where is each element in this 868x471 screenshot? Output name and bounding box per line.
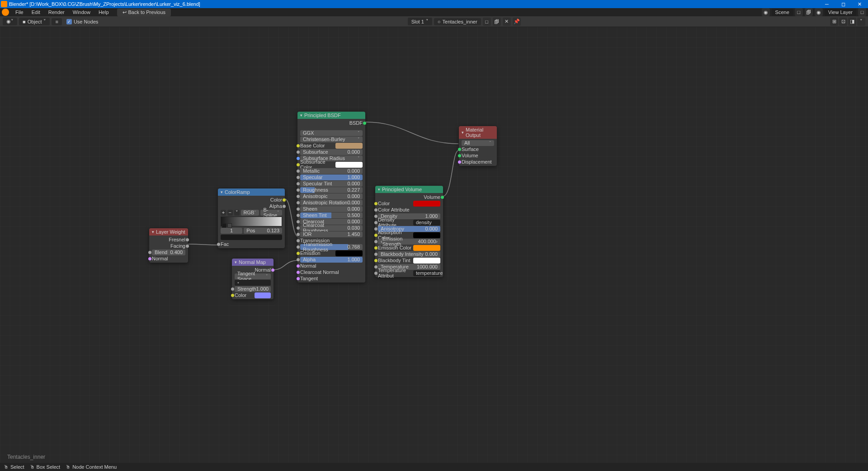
object-mode-icon: ■ xyxy=(23,19,26,24)
maximize-button[interactable]: ◻ xyxy=(835,0,851,8)
stop-pos-field[interactable]: Pos 0.123 xyxy=(244,228,282,234)
node-header[interactable]: ▾ Material Output xyxy=(459,126,497,139)
menu-file[interactable]: File xyxy=(12,9,27,15)
back-to-previous-button[interactable]: ↩ Back to Previous xyxy=(117,9,171,16)
layer-icon[interactable]: ◉ xyxy=(815,8,823,16)
node-header[interactable]: ▾ Normal Map xyxy=(232,259,274,266)
metallic-field[interactable]: Metallic0.000 xyxy=(300,168,363,174)
bb-tint-swatch[interactable] xyxy=(413,258,440,264)
status-select: 🖱Select xyxy=(4,464,24,470)
chevron-down-icon: ˅ xyxy=(426,19,429,24)
node-principled-bsdf[interactable]: ▾ Principled BSDF BSDF GGX˅ Christensen-… xyxy=(297,112,365,283)
mouse-icon: 🖱 xyxy=(4,464,9,470)
node-header[interactable]: ▾ Layer Weight xyxy=(149,228,188,236)
node-header[interactable]: ▾ ColorRamp xyxy=(218,188,285,196)
blender-icon xyxy=(1,1,7,7)
sheen-tint-field[interactable]: Sheen Tint0.500 xyxy=(300,212,363,218)
collapse-icon[interactable]: ▾ xyxy=(300,113,302,118)
node-header[interactable]: ▾ Principled Volume xyxy=(375,186,443,193)
emit-color-swatch[interactable] xyxy=(413,245,440,251)
base-color-swatch[interactable] xyxy=(335,143,363,149)
view-layer-selector[interactable]: View Layer xyxy=(825,9,856,16)
duplicate-material-button[interactable]: 🗐 xyxy=(493,18,501,26)
color-ramp-gradient[interactable] xyxy=(221,217,282,226)
aniso-field[interactable]: Anisotropic0.000 xyxy=(300,193,363,199)
snap-button[interactable]: ⊞ xyxy=(830,18,838,26)
add-stop-button[interactable]: + xyxy=(221,210,226,216)
stop-color-swatch[interactable] xyxy=(221,235,282,240)
node-layer-weight[interactable]: ▾ Layer Weight Fresnel Facing Blend 0.40… xyxy=(149,228,188,263)
collapse-icon[interactable]: ▾ xyxy=(235,260,237,264)
subsurface-field[interactable]: Subsurface0.000 xyxy=(300,149,363,155)
collapse-icon[interactable]: ▾ xyxy=(378,187,380,192)
editor-type-selector[interactable]: ◉˅ xyxy=(3,18,17,25)
blender-logo-icon[interactable] xyxy=(2,9,9,16)
collapse-icon[interactable]: ▾ xyxy=(462,130,464,135)
emission-swatch[interactable] xyxy=(335,250,363,256)
specular-field[interactable]: Specular1.000 xyxy=(300,174,363,180)
bb-int-field[interactable]: Blackbody Intensity0.000 xyxy=(378,251,440,257)
material-selector[interactable]: ○ Tentacles_inner xyxy=(434,18,481,25)
node-normal-map[interactable]: ▾ Normal Map Normal Tangent Space˅ • Str… xyxy=(232,259,274,299)
menu-window[interactable]: Window xyxy=(69,9,94,15)
new-layer-button[interactable]: □ xyxy=(858,8,866,16)
color-mode-select[interactable]: RGB˅ xyxy=(241,210,259,216)
distribution-select[interactable]: GGX˅ xyxy=(300,130,363,136)
interaction-mode[interactable]: ■ Object ˅ xyxy=(19,18,50,25)
aniso-rot-field[interactable]: Anisotropic Rotation0.000 xyxy=(300,200,363,206)
trans-rough-field[interactable]: Transmission Roughness0.768 xyxy=(300,244,363,250)
density-attr-field[interactable]: density xyxy=(413,220,440,226)
interp-select[interactable]: B-Spline˅ xyxy=(260,210,282,216)
ss-color-swatch[interactable] xyxy=(335,162,363,168)
slot-selector[interactable]: Slot 1 ˅ xyxy=(408,18,432,25)
menubar: File Edit Render Window Help ↩ Back to P… xyxy=(0,8,868,16)
sheen-field[interactable]: Sheen0.000 xyxy=(300,206,363,212)
unlink-material-button[interactable]: ✕ xyxy=(503,18,511,26)
scene-selector[interactable]: Scene xyxy=(772,9,793,16)
temp-attr-field[interactable]: temperature xyxy=(413,270,440,276)
delete-scene-button[interactable]: 🗐 xyxy=(805,8,813,16)
space-select[interactable]: Tangent Space˅ xyxy=(235,273,271,279)
vol-color-swatch[interactable] xyxy=(413,201,440,207)
minimize-button[interactable]: ─ xyxy=(819,0,835,8)
new-scene-button[interactable]: □ xyxy=(795,8,803,16)
scene-icon[interactable]: ◉ xyxy=(762,8,770,16)
menu-edit[interactable]: Edit xyxy=(28,9,44,15)
use-nodes-checkbox[interactable] xyxy=(66,19,72,24)
node-material-output[interactable]: ▾ Material Output All˅ Surface Volume Di… xyxy=(459,126,497,166)
mouse-icon: 🖱 xyxy=(30,464,35,470)
options-button[interactable]: ˅ xyxy=(857,18,865,26)
stop-index-field[interactable]: 1 xyxy=(221,228,242,234)
pin-button[interactable]: 📌 xyxy=(513,18,521,26)
status-box-select: 🖱Box Select xyxy=(30,464,61,470)
menu-help[interactable]: Help xyxy=(95,9,113,15)
alpha-field[interactable]: Alpha1.000 xyxy=(300,257,363,263)
ior-field[interactable]: IOR1.450 xyxy=(300,231,363,237)
new-material-button[interactable]: □ xyxy=(483,18,491,26)
uvmap-field[interactable]: • xyxy=(235,280,271,286)
node-header[interactable]: ▾ Principled BSDF xyxy=(297,112,365,119)
collapse-icon[interactable]: ▾ xyxy=(152,230,154,234)
view-menu-icon[interactable]: ≡ xyxy=(52,18,61,25)
roughness-field[interactable]: Roughness0.227 xyxy=(300,187,363,193)
region-button[interactable]: ◨ xyxy=(848,18,856,26)
strength-field[interactable]: Strength 1.000 xyxy=(235,286,271,292)
back-icon: ↩ xyxy=(123,9,127,15)
emit-str-field[interactable]: ‹Emission Strength400.000› xyxy=(378,239,440,245)
node-color-ramp[interactable]: ▾ ColorRamp Color Alpha + − ˅ RGB˅ B-Spl… xyxy=(218,188,285,248)
target-select[interactable]: All˅ xyxy=(462,140,494,146)
overlay-button[interactable]: ⊡ xyxy=(839,18,847,26)
normal-color-swatch[interactable] xyxy=(255,292,271,298)
node-principled-volume[interactable]: ▾ Principled Volume Volume Color Color A… xyxy=(375,186,443,277)
remove-stop-button[interactable]: − xyxy=(227,210,233,216)
node-editor-canvas[interactable]: ▾ Layer Weight Fresnel Facing Blend 0.40… xyxy=(0,27,868,463)
flip-ramp-button[interactable]: ˅ xyxy=(234,210,240,216)
spec-tint-field[interactable]: Specular Tint0.000 xyxy=(300,181,363,187)
sss-method-select[interactable]: Christensen-Burley˅ xyxy=(300,137,363,142)
cc-rough-field[interactable]: Clearcoat Roughness0.030 xyxy=(300,225,363,231)
menu-render[interactable]: Render xyxy=(45,9,68,15)
close-button[interactable]: ✕ xyxy=(852,0,867,8)
blend-field[interactable]: Blend 0.400 xyxy=(152,250,185,255)
collapse-icon[interactable]: ▾ xyxy=(221,190,223,194)
active-material-label: Tentacles_inner xyxy=(7,454,45,460)
